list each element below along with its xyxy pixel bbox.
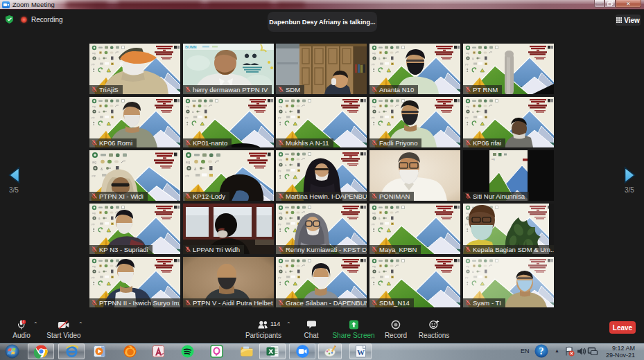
svg-text:BUMN: BUMN bbox=[185, 45, 197, 49]
svg-text:?: ? bbox=[539, 346, 544, 357]
svg-text:aig: aig bbox=[491, 158, 495, 161]
svg-text:W: W bbox=[357, 348, 365, 357]
